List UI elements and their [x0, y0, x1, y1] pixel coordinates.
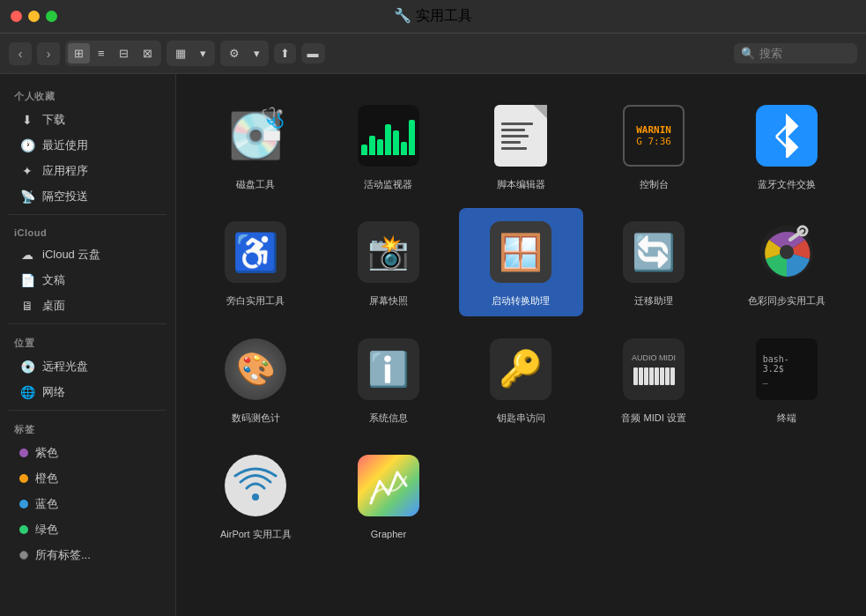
accessibility-icon: ♿	[220, 217, 291, 287]
search-input[interactable]	[759, 47, 847, 60]
console-label: 控制台	[640, 178, 669, 190]
list-view-button[interactable]: ≡	[92, 43, 111, 63]
sidebar-item-tag-all[interactable]: 所有标签...	[5, 543, 170, 568]
sidebar-item-recent[interactable]: 🕐 最近使用	[5, 133, 170, 158]
tag-all-label: 所有标签...	[35, 547, 91, 563]
digital-color-icon: 🎨	[220, 334, 291, 404]
airport-label: AirPort 实用工具	[220, 528, 292, 540]
tag-blue-dot	[19, 500, 28, 508]
network-icon: 🌐	[19, 384, 35, 400]
file-item-disk-utility[interactable]: 💽 🩺 磁盘工具	[194, 92, 318, 199]
file-item-bluetooth[interactable]: 蓝牙文件交换	[724, 92, 848, 199]
close-button[interactable]	[11, 11, 22, 22]
sidebar-item-applications[interactable]: ✦ 应用程序	[5, 159, 170, 183]
maximize-button[interactable]	[46, 11, 57, 22]
screenshot-icon: 📸	[353, 217, 424, 287]
forward-button[interactable]: ›	[37, 42, 60, 65]
bootcamp-label: 启动转换助理	[492, 294, 550, 307]
gallery-view-button[interactable]: ⊠	[137, 43, 159, 63]
sidebar-item-tag-purple[interactable]: 紫色	[5, 441, 170, 465]
file-grid: 💽 🩺 磁盘工具	[176, 74, 866, 616]
tag-orange-dot	[19, 474, 28, 483]
action-group: ⚙ ▾	[220, 41, 269, 66]
file-item-colorsync[interactable]: 色彩同步实用工具	[724, 208, 848, 315]
column-view-button[interactable]: ⊟	[113, 43, 135, 63]
colorsync-icon	[751, 217, 822, 287]
title-icon: 🔧	[394, 8, 415, 23]
icon-view-button[interactable]: ⊞	[68, 43, 90, 63]
file-item-activity-monitor[interactable]: 活动监视器	[327, 92, 451, 199]
sysinfo-label: 系统信息	[369, 412, 408, 424]
share-button[interactable]: ⬆	[274, 43, 296, 63]
toggle-button[interactable]: ▬	[301, 43, 325, 63]
sidebar-item-tag-blue[interactable]: 蓝色	[5, 492, 170, 516]
migration-label: 迁移助理	[634, 294, 673, 307]
file-item-midi[interactable]: AUDIO MIDI 音频 MIDI 设置	[592, 325, 716, 433]
disk-utility-label: 磁盘工具	[236, 178, 275, 190]
sidebar: 个人收藏 ⬇ 下载 🕐 最近使用 ✦ 应用程序 📡 隔空投送 iCloud ☁	[0, 74, 176, 616]
sidebar-section-icloud: iCloud ☁ iCloud 云盘 📄 文稿 🖥 桌面	[0, 220, 175, 318]
search-box: 🔍	[734, 43, 857, 63]
minimize-button[interactable]	[28, 11, 40, 22]
bluetooth-icon	[751, 100, 822, 171]
disk-utility-icon: 💽 🩺	[220, 100, 291, 171]
file-item-bootcamp[interactable]: 🪟 启动转换助理	[459, 208, 583, 315]
action-more-button[interactable]: ▾	[248, 43, 266, 63]
title-bar: 🔧 实用工具	[0, 0, 866, 33]
svg-point-4	[252, 494, 259, 501]
tag-orange-label: 橙色	[35, 471, 58, 486]
remote-disk-icon: 💿	[19, 359, 35, 375]
file-item-terminal[interactable]: bash-3.2$ _ 终端	[724, 325, 848, 433]
main-content: 个人收藏 ⬇ 下载 🕐 最近使用 ✦ 应用程序 📡 隔空投送 iCloud ☁	[0, 74, 866, 616]
applications-label: 应用程序	[42, 163, 88, 179]
file-item-keychain[interactable]: 🔑 钥匙串访问	[459, 325, 583, 433]
sidebar-item-airdrop[interactable]: 📡 隔空投送	[5, 184, 170, 209]
back-button[interactable]: ‹	[9, 42, 32, 65]
traffic-lights	[11, 11, 57, 22]
file-item-migration[interactable]: 🔄 迁移助理	[592, 208, 716, 315]
file-item-digital-color[interactable]: 🎨 数码测色计	[194, 325, 318, 433]
keychain-label: 钥匙串访问	[497, 412, 545, 424]
desktop-label: 桌面	[42, 298, 65, 314]
sidebar-item-network[interactable]: 🌐 网络	[5, 380, 170, 404]
sidebar-item-documents[interactable]: 📄 文稿	[5, 268, 170, 293]
tag-purple-label: 紫色	[35, 445, 58, 461]
svg-point-1	[780, 245, 794, 259]
bootcamp-icon: 🪟	[485, 217, 556, 287]
applications-icon: ✦	[19, 163, 35, 179]
recent-label: 最近使用	[42, 137, 88, 153]
sidebar-item-tag-green[interactable]: 绿色	[5, 517, 170, 542]
network-label: 网络	[42, 384, 65, 400]
group-button[interactable]: ▦	[169, 43, 192, 63]
sidebar-item-desktop[interactable]: 🖥 桌面	[5, 293, 170, 318]
group-more-button[interactable]: ▾	[194, 43, 212, 63]
downloads-icon: ⬇	[19, 112, 35, 128]
terminal-icon: bash-3.2$ _	[751, 334, 822, 404]
console-icon: WARNIN G 7:36	[618, 100, 689, 171]
group-view-group: ▦ ▾	[167, 41, 215, 66]
sidebar-item-downloads[interactable]: ⬇ 下载	[5, 108, 170, 132]
icloud-drive-icon: ☁	[19, 247, 35, 263]
documents-icon: 📄	[19, 272, 35, 288]
file-item-airport[interactable]: AirPort 实用工具	[194, 442, 318, 549]
file-item-grapher[interactable]: Grapher	[327, 442, 451, 549]
action-button[interactable]: ⚙	[223, 43, 246, 63]
file-item-accessibility[interactable]: ♿ 旁白实用工具	[194, 208, 318, 315]
sidebar-item-tag-orange[interactable]: 橙色	[5, 466, 170, 491]
section-title-locations: 位置	[0, 330, 175, 353]
sidebar-item-remote-disk[interactable]: 💿 远程光盘	[5, 354, 170, 379]
file-item-sysinfo[interactable]: ℹ️ 系统信息	[327, 325, 451, 433]
tag-all-dot	[19, 551, 28, 560]
remote-disk-label: 远程光盘	[42, 359, 88, 375]
file-item-script-editor[interactable]: 脚本编辑器	[459, 92, 583, 199]
migration-icon: 🔄	[618, 217, 689, 287]
sidebar-section-tags: 标签 紫色 橙色 蓝色 绿色 所有标签...	[0, 416, 175, 568]
file-item-screenshot[interactable]: 📸 屏幕快照	[327, 208, 451, 315]
airdrop-icon: 📡	[19, 189, 35, 204]
sidebar-item-icloud-drive[interactable]: ☁ iCloud 云盘	[5, 242, 170, 267]
terminal-label: 终端	[777, 412, 796, 424]
file-item-console[interactable]: WARNIN G 7:36 控制台	[592, 92, 716, 199]
digital-color-label: 数码测色计	[232, 412, 280, 424]
toolbar: ‹ › ⊞ ≡ ⊟ ⊠ ▦ ▾ ⚙ ▾ ⬆ ▬ 🔍	[0, 33, 866, 74]
sysinfo-icon: ℹ️	[353, 334, 424, 404]
